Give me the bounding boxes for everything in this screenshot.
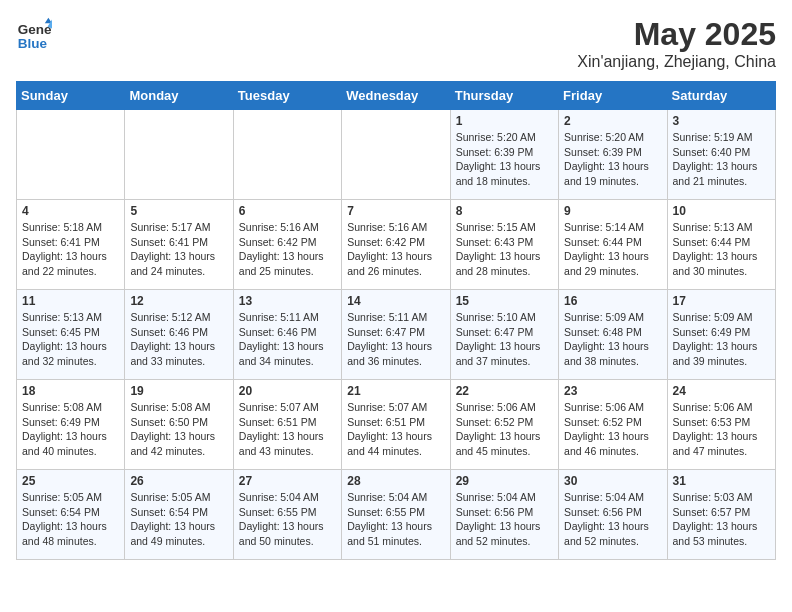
calendar-cell	[125, 110, 233, 200]
day-number: 18	[22, 384, 119, 398]
day-info: Sunrise: 5:09 AM Sunset: 6:48 PM Dayligh…	[564, 310, 661, 369]
day-info: Sunrise: 5:03 AM Sunset: 6:57 PM Dayligh…	[673, 490, 770, 549]
day-info: Sunrise: 5:16 AM Sunset: 6:42 PM Dayligh…	[347, 220, 444, 279]
day-number: 31	[673, 474, 770, 488]
calendar-cell: 18Sunrise: 5:08 AM Sunset: 6:49 PM Dayli…	[17, 380, 125, 470]
day-number: 30	[564, 474, 661, 488]
day-number: 16	[564, 294, 661, 308]
day-info: Sunrise: 5:13 AM Sunset: 6:45 PM Dayligh…	[22, 310, 119, 369]
calendar-cell: 23Sunrise: 5:06 AM Sunset: 6:52 PM Dayli…	[559, 380, 667, 470]
day-info: Sunrise: 5:10 AM Sunset: 6:47 PM Dayligh…	[456, 310, 553, 369]
calendar-cell: 22Sunrise: 5:06 AM Sunset: 6:52 PM Dayli…	[450, 380, 558, 470]
calendar-cell: 27Sunrise: 5:04 AM Sunset: 6:55 PM Dayli…	[233, 470, 341, 560]
day-number: 10	[673, 204, 770, 218]
svg-text:Blue: Blue	[18, 36, 48, 51]
day-info: Sunrise: 5:06 AM Sunset: 6:52 PM Dayligh…	[564, 400, 661, 459]
day-info: Sunrise: 5:07 AM Sunset: 6:51 PM Dayligh…	[347, 400, 444, 459]
day-number: 27	[239, 474, 336, 488]
calendar-cell: 14Sunrise: 5:11 AM Sunset: 6:47 PM Dayli…	[342, 290, 450, 380]
day-number: 25	[22, 474, 119, 488]
calendar-cell: 31Sunrise: 5:03 AM Sunset: 6:57 PM Dayli…	[667, 470, 775, 560]
calendar-cell: 2Sunrise: 5:20 AM Sunset: 6:39 PM Daylig…	[559, 110, 667, 200]
day-info: Sunrise: 5:04 AM Sunset: 6:56 PM Dayligh…	[564, 490, 661, 549]
day-info: Sunrise: 5:04 AM Sunset: 6:56 PM Dayligh…	[456, 490, 553, 549]
day-number: 7	[347, 204, 444, 218]
day-info: Sunrise: 5:09 AM Sunset: 6:49 PM Dayligh…	[673, 310, 770, 369]
day-info: Sunrise: 5:07 AM Sunset: 6:51 PM Dayligh…	[239, 400, 336, 459]
day-number: 3	[673, 114, 770, 128]
day-number: 4	[22, 204, 119, 218]
day-info: Sunrise: 5:12 AM Sunset: 6:46 PM Dayligh…	[130, 310, 227, 369]
day-info: Sunrise: 5:08 AM Sunset: 6:50 PM Dayligh…	[130, 400, 227, 459]
day-number: 8	[456, 204, 553, 218]
calendar-cell: 5Sunrise: 5:17 AM Sunset: 6:41 PM Daylig…	[125, 200, 233, 290]
calendar-cell: 13Sunrise: 5:11 AM Sunset: 6:46 PM Dayli…	[233, 290, 341, 380]
header-friday: Friday	[559, 82, 667, 110]
day-number: 14	[347, 294, 444, 308]
calendar-cell: 15Sunrise: 5:10 AM Sunset: 6:47 PM Dayli…	[450, 290, 558, 380]
day-number: 21	[347, 384, 444, 398]
day-info: Sunrise: 5:13 AM Sunset: 6:44 PM Dayligh…	[673, 220, 770, 279]
calendar-cell	[342, 110, 450, 200]
day-info: Sunrise: 5:08 AM Sunset: 6:49 PM Dayligh…	[22, 400, 119, 459]
calendar-cell: 29Sunrise: 5:04 AM Sunset: 6:56 PM Dayli…	[450, 470, 558, 560]
calendar-cell: 17Sunrise: 5:09 AM Sunset: 6:49 PM Dayli…	[667, 290, 775, 380]
day-info: Sunrise: 5:06 AM Sunset: 6:53 PM Dayligh…	[673, 400, 770, 459]
day-number: 28	[347, 474, 444, 488]
day-number: 20	[239, 384, 336, 398]
logo: General Blue	[16, 16, 52, 52]
day-number: 29	[456, 474, 553, 488]
calendar-cell: 8Sunrise: 5:15 AM Sunset: 6:43 PM Daylig…	[450, 200, 558, 290]
calendar-cell: 30Sunrise: 5:04 AM Sunset: 6:56 PM Dayli…	[559, 470, 667, 560]
day-number: 19	[130, 384, 227, 398]
calendar-week-row: 11Sunrise: 5:13 AM Sunset: 6:45 PM Dayli…	[17, 290, 776, 380]
header-thursday: Thursday	[450, 82, 558, 110]
day-number: 12	[130, 294, 227, 308]
day-info: Sunrise: 5:19 AM Sunset: 6:40 PM Dayligh…	[673, 130, 770, 189]
day-info: Sunrise: 5:05 AM Sunset: 6:54 PM Dayligh…	[22, 490, 119, 549]
calendar-cell: 7Sunrise: 5:16 AM Sunset: 6:42 PM Daylig…	[342, 200, 450, 290]
calendar-cell: 26Sunrise: 5:05 AM Sunset: 6:54 PM Dayli…	[125, 470, 233, 560]
location-subtitle: Xin'anjiang, Zhejiang, China	[577, 53, 776, 71]
logo-icon: General Blue	[16, 16, 52, 52]
day-number: 9	[564, 204, 661, 218]
day-number: 23	[564, 384, 661, 398]
day-info: Sunrise: 5:16 AM Sunset: 6:42 PM Dayligh…	[239, 220, 336, 279]
calendar-cell: 11Sunrise: 5:13 AM Sunset: 6:45 PM Dayli…	[17, 290, 125, 380]
calendar-cell: 28Sunrise: 5:04 AM Sunset: 6:55 PM Dayli…	[342, 470, 450, 560]
calendar-cell: 4Sunrise: 5:18 AM Sunset: 6:41 PM Daylig…	[17, 200, 125, 290]
day-number: 2	[564, 114, 661, 128]
header-tuesday: Tuesday	[233, 82, 341, 110]
calendar-cell: 24Sunrise: 5:06 AM Sunset: 6:53 PM Dayli…	[667, 380, 775, 470]
day-number: 26	[130, 474, 227, 488]
day-number: 6	[239, 204, 336, 218]
calendar-week-row: 1Sunrise: 5:20 AM Sunset: 6:39 PM Daylig…	[17, 110, 776, 200]
calendar-week-row: 18Sunrise: 5:08 AM Sunset: 6:49 PM Dayli…	[17, 380, 776, 470]
day-number: 5	[130, 204, 227, 218]
calendar-cell: 20Sunrise: 5:07 AM Sunset: 6:51 PM Dayli…	[233, 380, 341, 470]
calendar-cell: 3Sunrise: 5:19 AM Sunset: 6:40 PM Daylig…	[667, 110, 775, 200]
calendar-week-row: 4Sunrise: 5:18 AM Sunset: 6:41 PM Daylig…	[17, 200, 776, 290]
calendar-week-row: 25Sunrise: 5:05 AM Sunset: 6:54 PM Dayli…	[17, 470, 776, 560]
day-info: Sunrise: 5:14 AM Sunset: 6:44 PM Dayligh…	[564, 220, 661, 279]
day-number: 22	[456, 384, 553, 398]
calendar-cell: 19Sunrise: 5:08 AM Sunset: 6:50 PM Dayli…	[125, 380, 233, 470]
day-number: 13	[239, 294, 336, 308]
day-info: Sunrise: 5:11 AM Sunset: 6:46 PM Dayligh…	[239, 310, 336, 369]
calendar-cell	[17, 110, 125, 200]
day-info: Sunrise: 5:05 AM Sunset: 6:54 PM Dayligh…	[130, 490, 227, 549]
calendar-cell: 21Sunrise: 5:07 AM Sunset: 6:51 PM Dayli…	[342, 380, 450, 470]
header-saturday: Saturday	[667, 82, 775, 110]
day-info: Sunrise: 5:17 AM Sunset: 6:41 PM Dayligh…	[130, 220, 227, 279]
day-info: Sunrise: 5:18 AM Sunset: 6:41 PM Dayligh…	[22, 220, 119, 279]
day-info: Sunrise: 5:11 AM Sunset: 6:47 PM Dayligh…	[347, 310, 444, 369]
calendar-cell: 16Sunrise: 5:09 AM Sunset: 6:48 PM Dayli…	[559, 290, 667, 380]
header-sunday: Sunday	[17, 82, 125, 110]
day-number: 1	[456, 114, 553, 128]
day-info: Sunrise: 5:04 AM Sunset: 6:55 PM Dayligh…	[347, 490, 444, 549]
header: General Blue May 2025 Xin'anjiang, Zheji…	[16, 16, 776, 71]
day-number: 15	[456, 294, 553, 308]
day-info: Sunrise: 5:20 AM Sunset: 6:39 PM Dayligh…	[564, 130, 661, 189]
day-info: Sunrise: 5:15 AM Sunset: 6:43 PM Dayligh…	[456, 220, 553, 279]
title-area: May 2025 Xin'anjiang, Zhejiang, China	[577, 16, 776, 71]
